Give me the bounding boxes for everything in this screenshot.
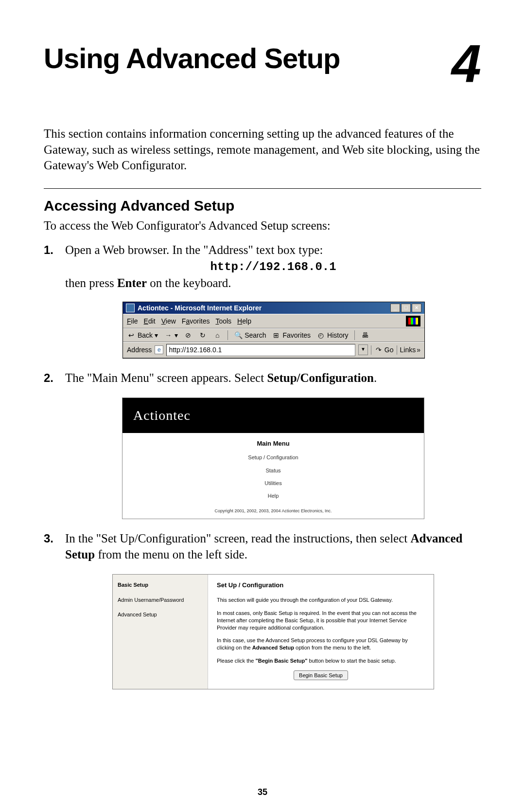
menu-edit[interactable]: Edit (144, 317, 156, 325)
section-intro: To access the Web Configurator's Advance… (44, 218, 481, 234)
step-3: In the "Set Up/Configuration" screen, re… (44, 531, 481, 689)
menu-link-setup[interactable]: Setup / Configuration (127, 454, 419, 461)
menu-link-utilities[interactable]: Utilities (127, 480, 419, 487)
step-1-text-b-pre: then press (65, 276, 117, 289)
divider (44, 188, 481, 189)
step-1-text-b-post: on the keyboard. (147, 276, 231, 289)
back-button[interactable]: ↩Back ▾ (127, 331, 158, 340)
menu-link-help[interactable]: Help (127, 492, 419, 499)
search-button[interactable]: 🔍Search (234, 331, 266, 340)
step-2-bold: Setup/Configuration (267, 371, 373, 384)
ie-address-bar: Address e http://192.168.0.1 ▼ ↷Go Links… (123, 342, 424, 358)
step-3-text-a: In the "Set Up/Configuration" screen, re… (65, 532, 411, 545)
section-title: Accessing Advanced Setup (44, 198, 481, 214)
menu-view[interactable]: View (161, 317, 176, 325)
copyright: Copyright 2001, 2002, 2003, 2004 Actiont… (127, 508, 419, 514)
refresh-icon[interactable]: ↻ (198, 331, 207, 340)
menu-help[interactable]: Help (237, 317, 251, 325)
sidebar-item-advanced-setup[interactable]: Advanced Setup (118, 611, 203, 618)
ie-title: Actiontec - Microsoft Internet Explorer (138, 304, 390, 312)
chapter-title: Using Advanced Setup (44, 44, 340, 73)
forward-arrow-icon: → (164, 331, 173, 340)
setup-p1: This section will guide you through the … (217, 596, 425, 604)
ie-window: Actiontec - Microsoft Internet Explorer … (122, 302, 425, 358)
history-icon: ◴ (316, 331, 325, 340)
chapter-number: 4 (452, 39, 481, 87)
main-menu-screenshot: Actiontec Main Menu Setup / Configuratio… (122, 397, 424, 519)
go-icon: ↷ (374, 345, 383, 354)
ie-titlebar: Actiontec - Microsoft Internet Explorer … (123, 302, 424, 314)
dropdown-caret-icon: ▾ (155, 331, 158, 340)
setup-config-screenshot: Basic Setup Admin Username/Password Adva… (112, 574, 434, 689)
step-2-text-post: . (374, 371, 377, 384)
menu-file[interactable]: File (127, 317, 138, 325)
windows-logo-icon (406, 316, 420, 326)
stop-icon[interactable]: ⊘ (184, 331, 192, 340)
step-1-enter: Enter (117, 276, 147, 289)
setup-title: Set Up / Configuration (217, 581, 425, 590)
toolbar-separator (228, 330, 228, 340)
setup-main: Set Up / Configuration This section will… (208, 575, 434, 689)
print-icon[interactable]: 🖶 (361, 331, 369, 340)
step-2-text-pre: The "Main Menu" screen appears. Select (65, 371, 267, 384)
step-2: The "Main Menu" screen appears. Select S… (44, 370, 481, 520)
address-dropdown[interactable]: ▼ (358, 344, 368, 355)
maximize-button[interactable]: □ (401, 304, 411, 312)
sidebar-item-admin[interactable]: Admin Username/Password (118, 596, 203, 603)
setup-sidebar: Basic Setup Admin Username/Password Adva… (113, 575, 208, 689)
minimize-button[interactable]: _ (390, 304, 400, 312)
page-icon: e (155, 345, 163, 354)
favorites-icon: ⊞ (272, 331, 280, 340)
main-menu-title: Main Menu (127, 440, 419, 448)
intro-paragraph: This section contains information concer… (44, 126, 481, 174)
dropdown-caret-icon: ▾ (175, 331, 178, 340)
search-icon: 🔍 (234, 331, 243, 340)
address-input[interactable]: http://192.168.0.1 (166, 344, 355, 356)
step-1-text-a: Open a Web browser. In the "Address" tex… (65, 243, 323, 256)
menu-link-status[interactable]: Status (127, 467, 419, 474)
menu-tools[interactable]: Tools (215, 317, 231, 325)
begin-basic-setup-button[interactable]: Begin Basic Setup (294, 670, 348, 680)
ie-toolbar: ↩Back ▾ → ▾ ⊘ ↻ ⌂ 🔍Search ⊞Favorites ◴Hi… (123, 328, 424, 342)
step-1: Open a Web browser. In the "Address" tex… (44, 242, 481, 359)
step-3-text-b: from the menu on the left side. (95, 548, 247, 561)
ie-menubar: File Edit View Favorites Tools Help (123, 314, 424, 328)
close-button[interactable]: × (412, 304, 421, 312)
home-icon[interactable]: ⌂ (213, 331, 222, 340)
address-label: Address (127, 345, 152, 354)
step-1-url: http://192.168.0.1 (65, 259, 481, 274)
history-button[interactable]: ◴History (316, 331, 349, 340)
forward-button[interactable]: → ▾ (164, 331, 178, 340)
ie-app-icon (126, 304, 135, 312)
sidebar-item-basic-setup[interactable]: Basic Setup (118, 581, 203, 588)
links-button[interactable]: Links » (397, 345, 420, 354)
toolbar-separator (354, 330, 355, 340)
menu-favorites[interactable]: Favorites (182, 317, 210, 325)
setup-p3: In this case, use the Advanced Setup pro… (217, 637, 425, 651)
setup-p2: In most cases, only Basic Setup is requi… (217, 610, 425, 632)
favorites-button[interactable]: ⊞Favorites (272, 331, 311, 340)
chevron-right-icon: » (417, 345, 420, 354)
go-button[interactable]: ↷Go (371, 345, 394, 354)
setup-p4: Please click the "Begin Basic Setup" but… (217, 657, 425, 665)
brand-header: Actiontec (122, 398, 424, 433)
page-number: 35 (0, 787, 525, 797)
back-arrow-icon: ↩ (127, 331, 136, 340)
